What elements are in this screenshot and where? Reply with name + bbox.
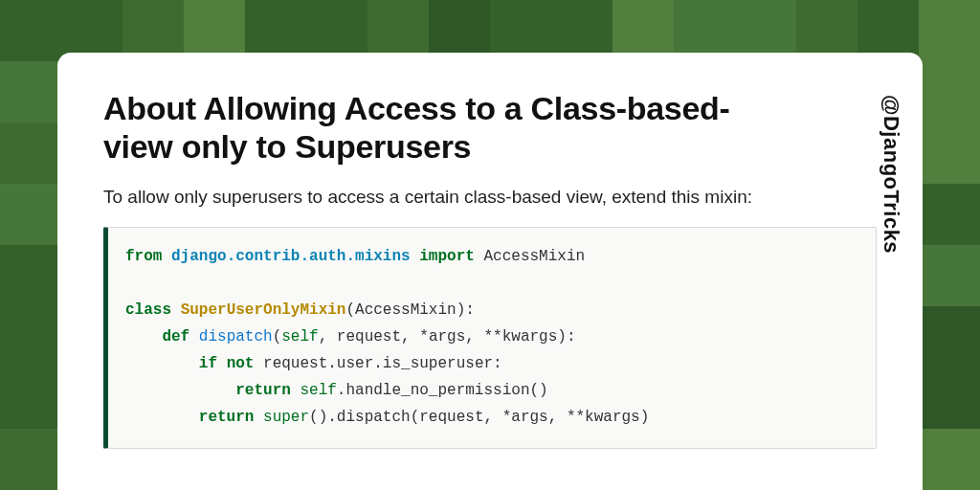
code-self: self (300, 382, 336, 399)
code-keyword: if (199, 355, 217, 372)
account-handle: @DjangoTricks (879, 95, 903, 254)
intro-text: To allow only superusers to access a cer… (103, 187, 877, 208)
code-keyword: from (125, 248, 162, 265)
code-text (254, 409, 263, 426)
code-module: django.contrib.auth.mixins (171, 248, 411, 265)
code-indent (125, 382, 235, 399)
code-self: self (281, 328, 318, 345)
code-keyword: not (227, 355, 255, 372)
code-keyword: return (235, 382, 291, 399)
code-text: ().dispatch(request, *args, **kwargs) (309, 409, 649, 426)
code-builtin: super (263, 409, 309, 426)
article-title: About Allowing Access to a Class-based-v… (103, 89, 773, 166)
code-ident: AccessMixin (475, 248, 585, 265)
code-text: (AccessMixin): (345, 301, 474, 319)
code-func: dispatch (199, 328, 273, 345)
code-text: ( (273, 328, 282, 345)
code-text: .handle_no_permission() (337, 382, 548, 399)
code-keyword: import (419, 248, 475, 265)
code-text: request.user.is_superuser: (254, 355, 501, 372)
code-indent (125, 355, 199, 372)
code-keyword: return (199, 409, 255, 426)
content-card: @DjangoTricks About Allowing Access to a… (57, 53, 923, 490)
code-text (291, 382, 301, 399)
code-text: , request, *args, **kwargs): (319, 328, 576, 345)
code-block: from django.contrib.auth.mixins import A… (103, 227, 877, 449)
code-indent (125, 409, 199, 426)
code-indent (125, 328, 162, 345)
code-keyword: def (162, 328, 189, 345)
code-keyword: class (125, 301, 171, 319)
code-classname: SuperUserOnlyMixin (181, 301, 346, 319)
code-text (217, 355, 227, 372)
